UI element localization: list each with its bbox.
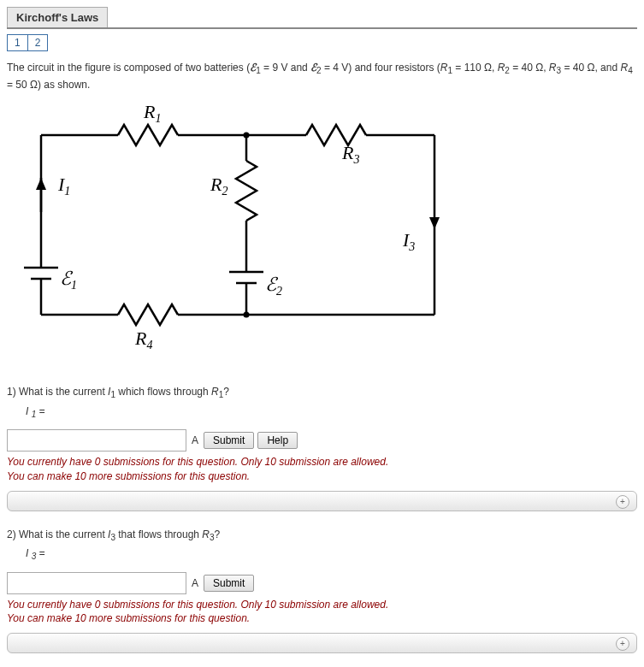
q2-submit-button[interactable]: Submit: [204, 575, 254, 592]
q1-prompt: 1) What is the current I1 which flows th…: [7, 386, 637, 399]
q1-feedback: You currently have 0 submissions for thi…: [7, 455, 637, 484]
q2-variable: I 3 =: [26, 547, 637, 561]
question-2: 2) What is the current I3 that flows thr…: [7, 528, 637, 653]
q1-variable: I 1 =: [26, 405, 637, 419]
svg-text:R1: R1: [143, 101, 161, 125]
svg-marker-6: [429, 217, 440, 229]
q1-help-button[interactable]: Help: [257, 432, 298, 449]
section-header: Kirchoff's Laws: [7, 7, 637, 29]
q2-expand-bar[interactable]: +: [7, 633, 637, 653]
q2-answer-input[interactable]: [7, 572, 186, 594]
plus-icon: +: [616, 495, 629, 509]
q2-feedback: You currently have 0 submissions for thi…: [7, 598, 637, 627]
svg-text:ℰ1: ℰ1: [60, 268, 77, 292]
svg-point-7: [244, 133, 250, 139]
tab-2[interactable]: 2: [27, 34, 49, 51]
svg-text:R4: R4: [134, 328, 152, 351]
problem-statement: The circuit in the figure is composed of…: [7, 60, 637, 92]
q1-expand-bar[interactable]: +: [7, 491, 637, 511]
q2-prompt: 2) What is the current I3 that flows thr…: [7, 528, 637, 542]
question-1: 1) What is the current I1 which flows th…: [7, 386, 637, 511]
circuit-diagram: R1 R2 R3 R4 I1 I3 ℰ1 ℰ2: [7, 101, 637, 369]
tab-1[interactable]: 1: [7, 34, 28, 51]
svg-text:I1: I1: [57, 174, 70, 198]
page-tabs: 12: [7, 34, 637, 51]
svg-text:R3: R3: [341, 142, 359, 166]
q1-submit-button[interactable]: Submit: [204, 432, 254, 449]
svg-text:R2: R2: [210, 174, 227, 198]
section-title: Kirchoff's Laws: [7, 7, 108, 27]
q1-unit: A: [190, 434, 200, 446]
plus-icon: +: [616, 637, 629, 651]
q2-unit: A: [190, 577, 200, 589]
svg-text:I3: I3: [402, 229, 415, 253]
q1-answer-input[interactable]: [7, 429, 186, 452]
svg-point-8: [244, 312, 250, 318]
svg-text:ℰ2: ℰ2: [265, 274, 282, 298]
